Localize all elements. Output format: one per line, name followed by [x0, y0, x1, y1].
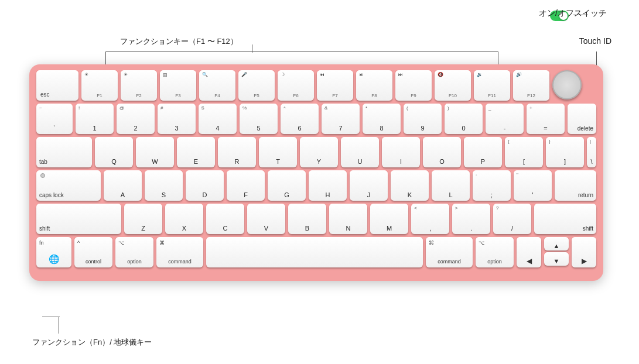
- fn-label-line: [252, 44, 252, 53]
- key-command-right[interactable]: ⌘ command: [426, 237, 473, 267]
- key-k[interactable]: K: [391, 170, 429, 201]
- key-j[interactable]: J: [350, 170, 388, 201]
- key-quote[interactable]: " ': [514, 170, 552, 201]
- key-3[interactable]: # 3: [158, 104, 196, 134]
- key-arrow-left[interactable]: ◀: [517, 237, 541, 267]
- key-5[interactable]: % 5: [240, 104, 278, 134]
- key-bracket-close[interactable]: } ]: [546, 137, 584, 167]
- key-space[interactable]: [206, 237, 423, 267]
- key-q[interactable]: Q: [95, 137, 133, 167]
- key-f2[interactable]: ☀ F2: [121, 70, 157, 101]
- key-arrow-up[interactable]: ▲: [544, 237, 569, 250]
- page-container: オン/オフスイッチ ファンクションキー（F1 〜 F12） Touch ID e…: [0, 0, 639, 364]
- key-f7[interactable]: ⏮ F7: [317, 70, 353, 101]
- key-4[interactable]: $ 4: [199, 104, 237, 134]
- key-capslock[interactable]: caps lock: [36, 170, 101, 201]
- key-arrow-down[interactable]: ▼: [544, 252, 569, 266]
- key-v[interactable]: V: [247, 204, 285, 234]
- fn-globe-line-h: [42, 317, 60, 317]
- key-f6[interactable]: ☽ F6: [278, 70, 314, 101]
- key-slash[interactable]: ? /: [493, 204, 531, 234]
- on-off-label: オン/オフスイッチ: [539, 8, 607, 19]
- key-s[interactable]: S: [145, 170, 183, 201]
- key-tab[interactable]: tab: [36, 137, 92, 167]
- key-w[interactable]: W: [136, 137, 174, 167]
- key-h[interactable]: H: [309, 170, 347, 201]
- key-2[interactable]: @ 2: [117, 104, 155, 134]
- key-z[interactable]: Z: [124, 204, 162, 234]
- on-off-line: [573, 15, 588, 15]
- key-semicolon[interactable]: : ;: [473, 170, 511, 201]
- key-f[interactable]: F: [227, 170, 265, 201]
- key-f8[interactable]: ⏯ F8: [356, 70, 392, 101]
- key-i[interactable]: I: [382, 137, 420, 167]
- key-f10[interactable]: 🔇 F10: [435, 70, 471, 101]
- key-comma[interactable]: < ,: [411, 204, 449, 234]
- key-arrow-right[interactable]: ▶: [572, 237, 596, 267]
- key-delete[interactable]: delete: [568, 104, 596, 134]
- key-option-left[interactable]: ⌥ option: [115, 237, 153, 267]
- key-f5[interactable]: 🎤 F5: [238, 70, 275, 101]
- keyboard-wrapper: esc ☀ F1 ☀ F2 ⊞ F3 🔍: [29, 64, 603, 281]
- key-e[interactable]: E: [177, 137, 215, 167]
- key-command-left[interactable]: ⌘ command: [156, 237, 203, 267]
- key-return[interactable]: return: [555, 170, 596, 201]
- key-backslash[interactable]: | \: [587, 137, 596, 167]
- key-8[interactable]: * 8: [363, 104, 401, 134]
- key-7[interactable]: & 7: [322, 104, 360, 134]
- key-d[interactable]: D: [186, 170, 224, 201]
- key-f3[interactable]: ⊞ F3: [160, 70, 196, 101]
- key-r[interactable]: R: [218, 137, 256, 167]
- row-numbers: ~ ` ! 1 @ 2 # 3 $ 4: [36, 104, 596, 134]
- key-u[interactable]: U: [341, 137, 379, 167]
- key-x[interactable]: X: [165, 204, 203, 234]
- row-zxcv: shift Z X C V B N M < , > . ?: [36, 204, 596, 234]
- key-m[interactable]: M: [370, 204, 408, 234]
- key-option-right[interactable]: ⌥ option: [476, 237, 514, 267]
- key-l[interactable]: L: [432, 170, 470, 201]
- key-period[interactable]: > .: [452, 204, 490, 234]
- key-equals[interactable]: + =: [527, 104, 565, 134]
- key-t[interactable]: T: [259, 137, 297, 167]
- fn-bracket-top: [105, 51, 498, 52]
- key-g[interactable]: G: [268, 170, 306, 201]
- key-bracket-open[interactable]: { [: [505, 137, 543, 167]
- row-bottom: fn 🌐 ^ control ⌥ option: [36, 237, 596, 267]
- fn-globe-label: ファンクション（Fn）/ 地球儀キー: [32, 337, 152, 348]
- key-tilde[interactable]: ~ `: [36, 104, 73, 134]
- key-control[interactable]: ^ control: [74, 237, 112, 267]
- key-minus[interactable]: _ -: [486, 104, 524, 134]
- key-touch-id[interactable]: [552, 70, 582, 99]
- key-f11[interactable]: 🔉 F11: [474, 70, 510, 101]
- fn-globe-line-v: [59, 317, 59, 334]
- key-f9[interactable]: ⏭ F9: [395, 70, 432, 101]
- key-c[interactable]: C: [206, 204, 244, 234]
- fn-bracket-left: [105, 51, 106, 66]
- arrow-ud-group: ▲ ▼: [544, 237, 569, 267]
- key-f12[interactable]: 🔊 F12: [513, 70, 549, 101]
- row-qwerty: tab Q W E R T Y U I O P { [ } ]: [36, 137, 596, 167]
- keyboard-body: esc ☀ F1 ☀ F2 ⊞ F3 🔍: [29, 64, 603, 281]
- key-6[interactable]: ^ 6: [281, 104, 319, 134]
- key-b[interactable]: B: [288, 204, 326, 234]
- function-keys-label: ファンクションキー（F1 〜 F12）: [120, 36, 238, 47]
- row-function: esc ☀ F1 ☀ F2 ⊞ F3 🔍: [36, 70, 596, 101]
- touch-id-line: [596, 51, 597, 66]
- row-asdf: caps lock A S D F G H J K L : ; " ': [36, 170, 596, 201]
- key-1[interactable]: ! 1: [76, 104, 114, 134]
- key-shift-right[interactable]: shift: [534, 204, 596, 234]
- key-f4[interactable]: 🔍 F4: [199, 70, 235, 101]
- key-fn-globe[interactable]: fn 🌐: [36, 237, 71, 267]
- touch-id-label: Touch ID: [579, 36, 611, 46]
- key-9[interactable]: ( 9: [404, 104, 442, 134]
- key-esc[interactable]: esc: [36, 70, 78, 101]
- key-n[interactable]: N: [329, 204, 367, 234]
- fn-bracket-right: [498, 51, 498, 66]
- key-p[interactable]: P: [464, 137, 502, 167]
- key-0[interactable]: ) 0: [445, 104, 483, 134]
- key-a[interactable]: A: [104, 170, 142, 201]
- key-shift-left[interactable]: shift: [36, 204, 121, 234]
- key-o[interactable]: O: [423, 137, 461, 167]
- key-y[interactable]: Y: [300, 137, 338, 167]
- key-f1[interactable]: ☀ F1: [81, 70, 118, 101]
